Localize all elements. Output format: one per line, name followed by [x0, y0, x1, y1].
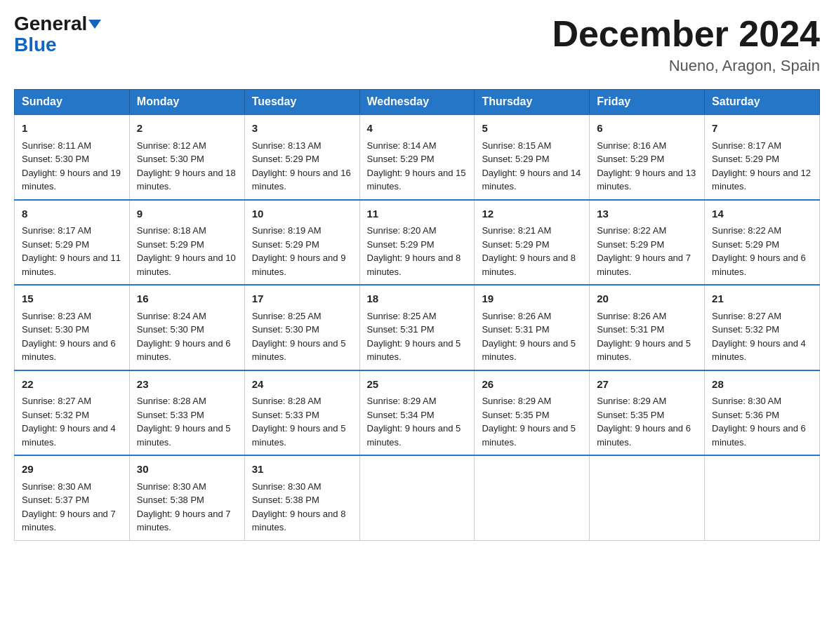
calendar-cell: 21Sunrise: 8:27 AMSunset: 5:32 PMDayligh… [705, 285, 820, 370]
day-number: 26 [482, 377, 582, 393]
sunset-text: Sunset: 5:30 PM [252, 324, 319, 335]
calendar-cell: 23Sunrise: 8:28 AMSunset: 5:33 PMDayligh… [129, 370, 244, 456]
sunrise-text: Sunrise: 8:22 AM [712, 225, 781, 236]
sunrise-text: Sunrise: 8:16 AM [597, 140, 666, 151]
daylight-text: Daylight: 9 hours and 5 minutes. [137, 423, 231, 448]
calendar-cell: 4Sunrise: 8:14 AMSunset: 5:29 PMDaylight… [359, 114, 475, 200]
calendar-cell: 28Sunrise: 8:30 AMSunset: 5:36 PMDayligh… [705, 370, 820, 456]
day-number: 13 [597, 206, 697, 222]
sunset-text: Sunset: 5:29 PM [597, 154, 664, 164]
day-number: 20 [597, 291, 697, 307]
daylight-text: Daylight: 9 hours and 14 minutes. [482, 168, 581, 192]
sunset-text: Sunset: 5:32 PM [22, 410, 89, 420]
daylight-text: Daylight: 9 hours and 5 minutes. [252, 423, 346, 448]
sunrise-text: Sunrise: 8:30 AM [137, 481, 206, 492]
sunrise-text: Sunrise: 8:21 AM [482, 225, 551, 236]
sunrise-text: Sunrise: 8:12 AM [137, 140, 206, 151]
sunset-text: Sunset: 5:29 PM [252, 154, 319, 164]
logo: General Blue [14, 14, 101, 56]
daylight-text: Daylight: 9 hours and 6 minutes. [22, 338, 116, 363]
calendar-cell: 1Sunrise: 8:11 AMSunset: 5:30 PMDaylight… [15, 114, 130, 200]
calendar-cell: 19Sunrise: 8:26 AMSunset: 5:31 PMDayligh… [475, 285, 590, 370]
title-block: December 2024 Nueno, Aragon, Spain [552, 14, 820, 75]
day-number: 8 [22, 206, 122, 222]
sunrise-text: Sunrise: 8:24 AM [137, 311, 206, 321]
day-number: 2 [137, 121, 237, 137]
day-number: 27 [597, 377, 697, 393]
calendar-cell [359, 455, 475, 540]
sunrise-text: Sunrise: 8:11 AM [22, 140, 91, 151]
calendar-cell: 2Sunrise: 8:12 AMSunset: 5:30 PMDaylight… [129, 114, 244, 200]
day-number: 28 [712, 377, 812, 393]
calendar-cell: 29Sunrise: 8:30 AMSunset: 5:37 PMDayligh… [15, 455, 130, 540]
sunset-text: Sunset: 5:29 PM [482, 239, 549, 250]
daylight-text: Daylight: 9 hours and 18 minutes. [137, 168, 236, 192]
daylight-text: Daylight: 9 hours and 5 minutes. [597, 338, 691, 363]
sunrise-text: Sunrise: 8:18 AM [137, 225, 206, 236]
sunrise-text: Sunrise: 8:17 AM [22, 225, 91, 236]
calendar-cell [705, 455, 820, 540]
location-subtitle: Nueno, Aragon, Spain [552, 57, 820, 75]
day-number: 9 [137, 206, 237, 222]
week-row-5: 29Sunrise: 8:30 AMSunset: 5:37 PMDayligh… [15, 455, 820, 540]
sunset-text: Sunset: 5:32 PM [712, 324, 779, 335]
calendar-cell [475, 455, 590, 540]
daylight-text: Daylight: 9 hours and 5 minutes. [367, 338, 461, 363]
daylight-text: Daylight: 9 hours and 16 minutes. [252, 168, 351, 192]
day-number: 7 [712, 121, 812, 137]
sunset-text: Sunset: 5:30 PM [137, 324, 204, 335]
day-number: 22 [22, 377, 122, 393]
calendar-cell: 9Sunrise: 8:18 AMSunset: 5:29 PMDaylight… [129, 200, 244, 286]
sunrise-text: Sunrise: 8:25 AM [252, 311, 322, 321]
sunrise-text: Sunrise: 8:28 AM [252, 396, 322, 406]
sunset-text: Sunset: 5:29 PM [482, 154, 549, 164]
sunrise-text: Sunrise: 8:19 AM [252, 225, 322, 236]
calendar-cell: 10Sunrise: 8:19 AMSunset: 5:29 PMDayligh… [244, 200, 359, 286]
sunrise-text: Sunrise: 8:29 AM [597, 396, 666, 406]
calendar-cell: 20Sunrise: 8:26 AMSunset: 5:31 PMDayligh… [590, 285, 705, 370]
sunset-text: Sunset: 5:34 PM [367, 410, 435, 420]
calendar-cell: 26Sunrise: 8:29 AMSunset: 5:35 PMDayligh… [475, 370, 590, 456]
sunrise-text: Sunrise: 8:30 AM [712, 396, 781, 406]
sunset-text: Sunset: 5:37 PM [22, 495, 89, 505]
day-number: 14 [712, 206, 812, 222]
calendar-cell: 14Sunrise: 8:22 AMSunset: 5:29 PMDayligh… [705, 200, 820, 286]
daylight-text: Daylight: 9 hours and 7 minutes. [22, 509, 116, 533]
day-number: 19 [482, 291, 582, 307]
calendar-cell: 5Sunrise: 8:15 AMSunset: 5:29 PMDaylight… [475, 114, 590, 200]
daylight-text: Daylight: 9 hours and 15 minutes. [367, 168, 466, 192]
day-number: 25 [367, 377, 468, 393]
sunrise-text: Sunrise: 8:29 AM [367, 396, 437, 406]
sunset-text: Sunset: 5:29 PM [252, 239, 319, 250]
day-number: 18 [367, 291, 468, 307]
day-number: 17 [252, 291, 352, 307]
day-number: 31 [252, 462, 352, 478]
calendar-cell: 22Sunrise: 8:27 AMSunset: 5:32 PMDayligh… [15, 370, 130, 456]
calendar-cell: 13Sunrise: 8:22 AMSunset: 5:29 PMDayligh… [590, 200, 705, 286]
logo-arrow-icon [88, 20, 101, 29]
sunrise-text: Sunrise: 8:13 AM [252, 140, 322, 151]
sunset-text: Sunset: 5:29 PM [367, 239, 435, 250]
day-number: 1 [22, 121, 122, 137]
sunset-text: Sunset: 5:30 PM [22, 154, 89, 164]
sunset-text: Sunset: 5:29 PM [597, 239, 664, 250]
logo-blue: Blue [14, 34, 57, 55]
daylight-text: Daylight: 9 hours and 5 minutes. [367, 423, 461, 448]
sunset-text: Sunset: 5:38 PM [252, 495, 319, 505]
sunset-text: Sunset: 5:36 PM [712, 410, 779, 420]
daylight-text: Daylight: 9 hours and 6 minutes. [597, 423, 691, 448]
daylight-text: Daylight: 9 hours and 4 minutes. [22, 423, 116, 448]
sunrise-text: Sunrise: 8:23 AM [22, 311, 91, 321]
calendar-cell: 18Sunrise: 8:25 AMSunset: 5:31 PMDayligh… [359, 285, 475, 370]
sunrise-text: Sunrise: 8:27 AM [712, 311, 781, 321]
daylight-text: Daylight: 9 hours and 5 minutes. [482, 423, 576, 448]
day-number: 4 [367, 121, 468, 137]
sunset-text: Sunset: 5:31 PM [367, 324, 435, 335]
sunrise-text: Sunrise: 8:30 AM [22, 481, 91, 492]
daylight-text: Daylight: 9 hours and 5 minutes. [482, 338, 576, 363]
sunrise-text: Sunrise: 8:14 AM [367, 140, 437, 151]
logo-general: General [14, 14, 87, 34]
sunset-text: Sunset: 5:35 PM [597, 410, 664, 420]
daylight-text: Daylight: 9 hours and 8 minutes. [252, 509, 346, 533]
sunrise-text: Sunrise: 8:26 AM [482, 311, 551, 321]
